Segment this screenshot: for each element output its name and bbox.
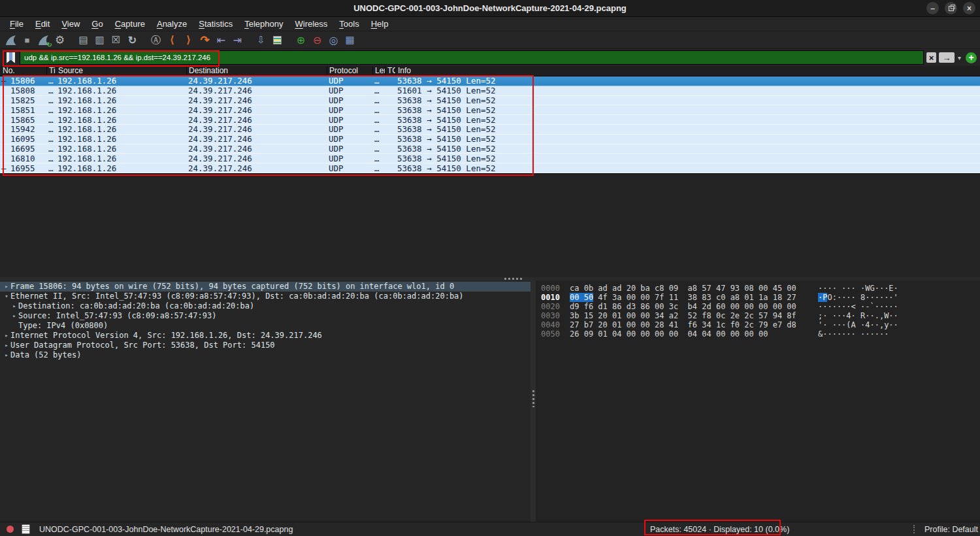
hex-row[interactable]: 0020d9 f6 d1 86 d3 86 00 3c b4 2d 60 00 … bbox=[541, 302, 980, 311]
reload-file-icon[interactable]: ↻ bbox=[124, 33, 140, 48]
resize-columns-icon[interactable]: ▦ bbox=[342, 33, 358, 48]
cell-source: 192.168.1.26 bbox=[56, 163, 187, 173]
hex-row[interactable]: 00303b 15 20 01 00 00 34 a2 52 f8 0c 2e … bbox=[541, 311, 980, 320]
detail-row[interactable]: ▾Ethernet II, Src: Intel_57:47:93 (c8:09… bbox=[0, 292, 531, 301]
cell-protocol: UDP bbox=[327, 76, 373, 86]
packet-row[interactable]: 15825…192.168.1.2624.39.217.246UDP…53638… bbox=[0, 96, 980, 106]
cell-info: 53638 → 54150 Len=52 bbox=[396, 95, 980, 105]
cell-info: 53638 → 54150 Len=52 bbox=[396, 115, 980, 125]
packet-row[interactable]: 16695…192.168.1.2624.39.217.246UDP…53638… bbox=[0, 144, 980, 154]
last-packet-icon[interactable]: ⇥ bbox=[229, 33, 246, 48]
zoom-original-icon[interactable]: ◎ bbox=[325, 33, 342, 48]
clear-filter-button[interactable]: × bbox=[926, 52, 936, 63]
column-header-protocol[interactable]: Protocol bbox=[327, 66, 373, 76]
vertical-splitter[interactable] bbox=[531, 280, 536, 522]
first-packet-icon[interactable]: ⇤ bbox=[213, 33, 229, 48]
detail-row[interactable]: ▸Destination: ca:0b:ad:ad:20:ba (ca:0b:a… bbox=[0, 301, 531, 311]
colorize-icon[interactable] bbox=[269, 33, 286, 48]
menu-item-tools[interactable]: Tools bbox=[333, 18, 365, 30]
detail-text: Frame 15806: 94 bytes on wire (752 bits)… bbox=[10, 282, 531, 292]
detail-row[interactable]: ▸Source: Intel_57:47:93 (c8:09:a8:57:47:… bbox=[0, 311, 531, 321]
packet-row[interactable]: 16810…192.168.1.2624.39.217.246UDP…53638… bbox=[0, 154, 980, 163]
column-header-destination[interactable]: Destination bbox=[187, 66, 327, 76]
cell-no: 15808 bbox=[9, 86, 47, 95]
menu-item-file[interactable]: File bbox=[4, 18, 29, 30]
color-bars-icon bbox=[273, 36, 282, 44]
menu-item-help[interactable]: Help bbox=[365, 18, 395, 30]
expert-info-icon[interactable] bbox=[7, 526, 14, 533]
expander-icon[interactable]: ▸ bbox=[3, 282, 10, 292]
start-capture-icon[interactable] bbox=[3, 33, 19, 48]
zoom-out-icon[interactable]: ⊖ bbox=[309, 33, 325, 48]
expander-icon[interactable]: ▾ bbox=[3, 292, 10, 301]
display-filter-input[interactable]: udp && ip.src==192.168.1.26 && ip.dst==2… bbox=[20, 50, 924, 65]
expander-icon[interactable]: ▸ bbox=[10, 301, 18, 311]
hex-row[interactable]: 005026 09 01 04 00 00 00 00 04 04 00 00 … bbox=[541, 329, 980, 339]
hex-row[interactable]: 004027 b7 20 01 00 00 28 41 f6 34 1c f0 … bbox=[541, 320, 980, 329]
packet-row[interactable]: –16955…192.168.1.2624.39.217.246UDP…5363… bbox=[0, 163, 980, 173]
hex-row[interactable]: 001000 50 4f 3a 00 00 7f 11 38 83 c0 a8 … bbox=[541, 293, 980, 302]
column-header-source[interactable]: Source bbox=[56, 66, 187, 76]
hex-offset: 0010 bbox=[541, 293, 563, 302]
hex-dump-pane: 0000ca 0b ad ad 20 ba c8 09 a8 57 47 93 … bbox=[536, 280, 980, 522]
packet-row[interactable]: 15865…192.168.1.2624.39.217.246UDP…53638… bbox=[0, 115, 980, 125]
go-forward-icon[interactable]: ⟩ bbox=[180, 33, 197, 48]
stop-capture-icon[interactable]: ■ bbox=[19, 33, 35, 48]
auto-scroll-icon[interactable]: ⇩ bbox=[253, 33, 269, 48]
menu-item-capture[interactable]: Capture bbox=[109, 18, 151, 30]
restart-capture-icon[interactable]: ↻ bbox=[35, 33, 52, 48]
close-file-icon[interactable]: ☒ bbox=[108, 33, 124, 48]
column-header-tc[interactable]: TC bbox=[385, 66, 396, 76]
detail-row[interactable]: Type: IPv4 (0x0800) bbox=[0, 321, 531, 331]
save-file-icon[interactable]: ▥ bbox=[91, 33, 108, 48]
cell-source: 192.168.1.26 bbox=[56, 154, 187, 163]
zoom-in-icon[interactable]: ⊕ bbox=[293, 33, 309, 48]
packet-row[interactable]: 15851…192.168.1.2624.39.217.246UDP…53638… bbox=[0, 105, 980, 115]
open-file-icon[interactable]: ▤ bbox=[75, 33, 91, 48]
hex-row[interactable]: 0000ca 0b ad ad 20 ba c8 09 a8 57 47 93 … bbox=[541, 284, 980, 293]
expander-icon[interactable]: ▸ bbox=[3, 341, 10, 350]
detail-row[interactable]: ▸User Datagram Protocol, Src Port: 53638… bbox=[0, 341, 531, 350]
filter-dropdown-caret-icon[interactable]: ▾ bbox=[958, 54, 961, 61]
cell-source: 192.168.1.26 bbox=[56, 144, 187, 154]
detail-text: Destination: ca:0b:ad:ad:20:ba (ca:0b:ad… bbox=[18, 301, 531, 311]
filter-bookmark-icon[interactable] bbox=[7, 52, 15, 63]
close-button[interactable]: × bbox=[963, 2, 975, 14]
column-header-info[interactable]: Info bbox=[396, 66, 980, 76]
detail-row[interactable]: ▸Data (52 bytes) bbox=[0, 350, 531, 360]
expander-icon[interactable]: ▸ bbox=[10, 311, 18, 321]
hex-bytes: 26 09 01 04 00 00 00 00 04 04 00 00 00 0… bbox=[570, 329, 802, 339]
add-filter-button[interactable]: + bbox=[966, 52, 977, 63]
go-back-icon[interactable]: ⟨ bbox=[164, 33, 180, 48]
cell-destination: 24.39.217.246 bbox=[187, 124, 327, 134]
menu-item-telephony[interactable]: Telephony bbox=[238, 18, 289, 30]
packet-row[interactable]: 16095…192.168.1.2624.39.217.246UDP…53638… bbox=[0, 135, 980, 144]
packet-row[interactable]: 15808…192.168.1.2624.39.217.246UDP…51601… bbox=[0, 86, 980, 96]
column-header-time[interactable]: Time bbox=[47, 66, 56, 76]
profile-label[interactable]: Profile: Default bbox=[924, 525, 978, 534]
capture-comment-icon[interactable] bbox=[22, 524, 30, 534]
apply-filter-button[interactable]: → bbox=[939, 52, 955, 63]
packet-row[interactable]: 15942…192.168.1.2624.39.217.246UDP…53638… bbox=[0, 125, 980, 135]
horizontal-splitter[interactable] bbox=[0, 277, 980, 280]
splitter-handle-icon[interactable] bbox=[504, 278, 523, 280]
minimize-button[interactable]: – bbox=[926, 2, 939, 14]
column-header-no[interactable]: No. bbox=[0, 66, 47, 76]
expander-icon[interactable]: ▸ bbox=[3, 350, 10, 360]
column-header-length[interactable]: Length bbox=[373, 66, 385, 76]
find-packet-icon[interactable]: Ⓐ bbox=[148, 33, 164, 48]
packet-row[interactable]: –15806…192.168.1.2624.39.217.246UDP…5363… bbox=[0, 76, 980, 86]
splitter-handle-vertical-icon[interactable] bbox=[532, 390, 534, 407]
menu-item-edit[interactable]: Edit bbox=[29, 18, 56, 30]
menu-item-wireless[interactable]: Wireless bbox=[289, 18, 334, 30]
detail-row[interactable]: ▸Frame 15806: 94 bytes on wire (752 bits… bbox=[0, 282, 531, 292]
menu-item-statistics[interactable]: Statistics bbox=[193, 18, 238, 30]
menu-item-go[interactable]: Go bbox=[86, 18, 108, 30]
expander-icon[interactable]: ▸ bbox=[3, 331, 10, 341]
capture-options-icon[interactable]: ⚙ bbox=[52, 33, 68, 48]
maximize-button[interactable] bbox=[945, 2, 957, 14]
go-to-packet-icon[interactable]: ↷ bbox=[197, 33, 213, 48]
menu-item-analyze[interactable]: Analyze bbox=[151, 18, 193, 30]
menu-item-view[interactable]: View bbox=[56, 18, 86, 30]
detail-row[interactable]: ▸Internet Protocol Version 4, Src: 192.1… bbox=[0, 331, 531, 341]
